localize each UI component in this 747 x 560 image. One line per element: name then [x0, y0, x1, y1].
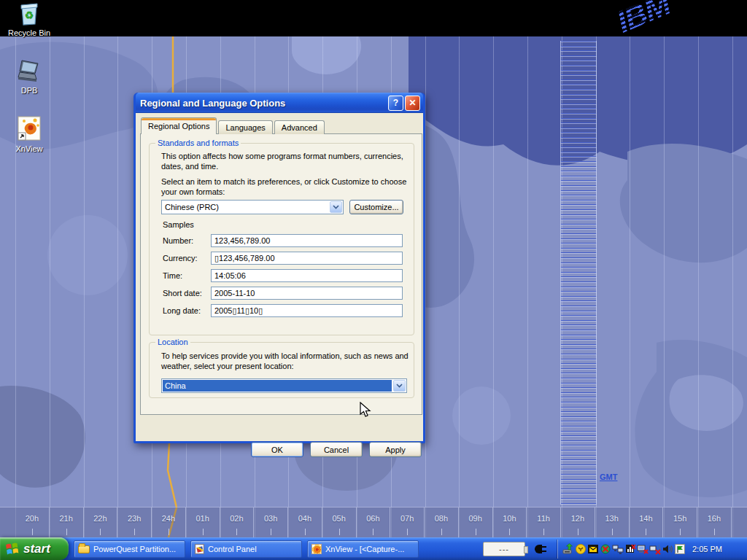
- sample-label: Long date:: [163, 306, 211, 315]
- timeline-hour-cell: 03h: [254, 508, 288, 537]
- timeline-hour-label: 04h: [288, 514, 322, 523]
- sample-row: Long date: 2005▯11▯10▯: [163, 304, 403, 317]
- taskbar-task-button[interactable]: XnView - [<Capture-...: [307, 540, 419, 558]
- timeline-hour-label: 16h: [697, 514, 731, 523]
- close-button[interactable]: ✕: [405, 96, 420, 111]
- disabled-monitor-icon[interactable]: [624, 543, 636, 555]
- system-health-icon[interactable]: [575, 543, 587, 555]
- sample-label: Short date:: [163, 289, 211, 298]
- dialog-tab[interactable]: Languages: [218, 120, 272, 134]
- recycle-bin-icon: ♻: [17, 2, 42, 27]
- timeline-hour-cell: 06h: [357, 508, 391, 537]
- timeline-tick: [271, 529, 271, 535]
- format-dropdown[interactable]: Chinese (PRC): [161, 200, 344, 214]
- dialog-body: Regional Options Languages Advanced Stan…: [136, 113, 423, 441]
- ac-power-plug-icon[interactable]: [534, 543, 549, 555]
- sample-row: Short date: 2005-11-10: [163, 287, 403, 300]
- apply-button[interactable]: Apply: [369, 442, 422, 457]
- dialog-titlebar[interactable]: Regional and Language Options ? ✕: [136, 93, 423, 113]
- timeline-hour-label: 01h: [186, 514, 220, 523]
- timeline-tick: [32, 529, 33, 535]
- start-button[interactable]: start: [0, 537, 69, 560]
- timeline-tick: [236, 529, 237, 535]
- timeline-hour-label: 11h: [527, 514, 560, 523]
- samples-label: Samples: [163, 220, 194, 230]
- location-dropdown-value: China: [163, 380, 392, 392]
- help-button[interactable]: ?: [388, 96, 403, 111]
- timeline-hour-label: 05h: [322, 514, 356, 523]
- sample-value-field[interactable]: ▯123,456,789.00: [211, 252, 403, 265]
- control-panel-icon: [195, 544, 204, 554]
- desktop-icon-recycle-bin[interactable]: ♻ Recycle Bin: [1, 2, 57, 37]
- timeline-tick: [339, 529, 340, 535]
- task-label: XnView - [<Capture-...: [325, 545, 418, 553]
- windows-flag-icon: [5, 542, 20, 556]
- timeline-hour-cell: 21h: [50, 508, 84, 537]
- timeline-hour-cell: 09h: [459, 508, 493, 537]
- svg-text:♻: ♻: [25, 9, 34, 21]
- timeline-hour-label: 14h: [630, 514, 663, 523]
- location-dropdown[interactable]: China: [161, 378, 407, 393]
- timeline-hour-cell: 01h: [186, 508, 220, 537]
- timeline-hour-cell: 23h: [117, 508, 152, 537]
- timeline-hour-label: 12h: [561, 514, 595, 523]
- timeline-tick: [407, 529, 408, 535]
- ok-button[interactable]: OK: [251, 442, 303, 457]
- sample-value-field[interactable]: 123,456,789.00: [211, 234, 403, 247]
- chevron-down-icon[interactable]: [393, 380, 406, 392]
- timeline-hour-cell: 08h: [425, 508, 459, 537]
- timeline-tick: [169, 529, 169, 535]
- status-error-icon[interactable]: [600, 543, 611, 555]
- timeline-hour-cell: 02h: [220, 508, 255, 537]
- timeline-tick: [305, 529, 306, 535]
- dialog-tab-strip: Regional Options Languages Advanced: [141, 117, 326, 134]
- timeline-hour-cell: 24h: [152, 508, 186, 537]
- timezone-timeline: 20h 21h 22h 23h 24h: [0, 507, 747, 537]
- power-meter-deskband[interactable]: ---: [483, 542, 549, 556]
- timeline-tick: [66, 529, 67, 535]
- chevron-down-icon[interactable]: [330, 201, 342, 213]
- xnview-icon: [311, 544, 322, 554]
- safely-remove-hardware-icon[interactable]: [562, 543, 574, 555]
- timeline-hour-cell: 11h: [527, 508, 561, 537]
- timeline-tick: [543, 529, 544, 535]
- offline-computer-icon[interactable]: [637, 543, 649, 555]
- desktop-icon-dpb[interactable]: DPB: [1, 58, 57, 95]
- dialog-title: Regional and Language Options: [140, 98, 387, 109]
- timeline-hour-cell: 04h: [288, 508, 322, 537]
- start-button-label: start: [23, 542, 50, 556]
- sample-value-field[interactable]: 14:05:06: [211, 269, 403, 282]
- dialog-tab[interactable]: Regional Options: [141, 117, 217, 134]
- volume-icon[interactable]: [662, 543, 673, 555]
- sample-row: Currency: ▯123,456,789.00: [163, 252, 403, 265]
- timeline-tick: [714, 529, 715, 535]
- timeline-tick: [509, 529, 510, 535]
- battery-meter-icon[interactable]: ---: [483, 542, 525, 556]
- sample-value-field[interactable]: 2005▯11▯10▯: [211, 304, 403, 317]
- taskbar-task-button[interactable]: Control Panel: [190, 540, 302, 558]
- wireless-disconnected-icon[interactable]: [649, 543, 661, 555]
- message-center-icon[interactable]: [587, 543, 599, 555]
- access-ibm-icon[interactable]: [674, 543, 686, 555]
- gmt-label: GMT: [600, 472, 617, 481]
- timeline-tick: [476, 529, 476, 535]
- network-computers-icon[interactable]: [612, 543, 624, 555]
- timeline-hour-cell: 12h: [561, 508, 595, 537]
- timeline-hour-label: 22h: [84, 514, 117, 523]
- customize-button[interactable]: Customize...: [349, 200, 403, 214]
- timeline-hour-cell: 20h: [15, 508, 50, 537]
- desktop-icon-label: DPB: [1, 86, 57, 95]
- timeline-hour-cell: 10h: [493, 508, 527, 537]
- timeline-hour-cell: 16h: [697, 508, 732, 537]
- timeline-tick: [441, 529, 442, 535]
- laptop-icon: [15, 58, 44, 85]
- tray-clock[interactable]: 2:05 PM: [692, 545, 722, 553]
- sample-row: Number: 123,456,789.00: [163, 234, 403, 247]
- sample-value-field[interactable]: 2005-11-10: [211, 287, 403, 300]
- timeline-hour-label: 21h: [50, 514, 83, 523]
- dialog-tab[interactable]: Advanced: [274, 120, 325, 134]
- taskbar-task-button[interactable]: PowerQuest Partition...: [74, 540, 185, 558]
- cancel-button[interactable]: Cancel: [310, 442, 363, 457]
- timeline-tick: [100, 529, 101, 535]
- desktop-icon-xnview[interactable]: XnView: [1, 115, 57, 153]
